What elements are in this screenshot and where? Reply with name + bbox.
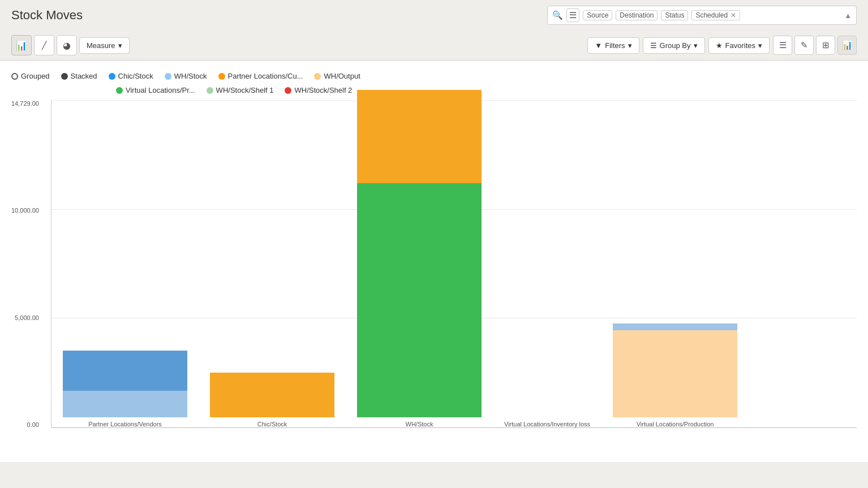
toolbar-right: ▼ Filters ▾ ☰ Group By ▾ ★ Favorites ▾ ☰… (587, 36, 857, 55)
pie-chart-view-btn[interactable]: ◕ (57, 35, 77, 55)
scheduled-tag[interactable]: Scheduled ✕ (691, 10, 740, 20)
list-view-btn[interactable]: ☰ (773, 36, 792, 55)
bar-chic-stock: Chic/Stock (210, 373, 334, 427)
bar-stack-wh (357, 90, 482, 417)
favorites-label: Favorites (725, 41, 755, 50)
y-label-0: 0.00 (27, 421, 39, 428)
wh-stock-dot (165, 73, 171, 80)
chart-plot: Partner Locations/Vendors Chic/Stock W (51, 100, 857, 428)
wh-shelf1-dot (207, 87, 213, 94)
wh-orange-segment (357, 90, 482, 183)
measure-label: Measure (87, 41, 115, 50)
legend-wh-output[interactable]: WH/Output (314, 72, 360, 80)
search-list-icon[interactable]: ☰ (566, 8, 579, 22)
vendors-blue-segment (63, 351, 187, 391)
search-bar: 🔍 ☰ Source Destination Status Scheduled … (547, 6, 857, 25)
wh-green-segment (357, 183, 482, 417)
prod-lightorange-segment (613, 330, 737, 417)
scheduled-tag-close[interactable]: ✕ (731, 11, 736, 19)
chart-wrapper: 14,729.00 10,000.00 5,000.00 0.00 (11, 100, 857, 451)
pie-chart-icon: ◕ (63, 40, 71, 51)
legend-wh-shelf1[interactable]: WH/Stock/Shelf 1 (207, 86, 274, 94)
bar-label-prod: Virtual Locations/Production (637, 421, 714, 427)
bar-virtual-inventory: Virtual Locations/Inventory loss (504, 417, 590, 427)
view-icons-group: ☰ ✎ ⊞ 📊 (773, 36, 857, 55)
legend-row-2: Virtual Locations/Pr... WH/Stock/Shelf 1… (116, 86, 857, 94)
grid-icon: ⊞ (822, 40, 830, 50)
legend-row-1: Grouped Stacked Chic/Stock WH/Stock Part… (11, 72, 857, 80)
virtual-pr-dot (116, 87, 123, 94)
line-chart-icon: ╱ (42, 41, 46, 50)
groupby-label: Group By (660, 41, 691, 50)
chic-stock-dot (109, 73, 115, 80)
bar-chart-view-btn[interactable]: 📊 (11, 35, 32, 55)
toolbar-left: 📊 ╱ ◕ Measure ▾ (11, 35, 130, 55)
destination-tag[interactable]: Destination (616, 10, 658, 20)
bar-stack-prod (613, 323, 737, 417)
bar-label-vendors: Partner Locations/Vendors (88, 421, 162, 427)
bar-label-chic: Chic/Stock (257, 421, 287, 427)
groupby-dropdown-icon: ▾ (694, 41, 698, 50)
bar-label-wh: WH/Stock (406, 421, 433, 427)
page-title: Stock Moves (11, 8, 83, 23)
stacked-legend-item[interactable]: Stacked (61, 72, 97, 80)
chart-area: Grouped Stacked Chic/Stock WH/Stock Part… (0, 61, 868, 462)
edit-icon: ✎ (801, 40, 808, 50)
bar-partner-vendors: Partner Locations/Vendors (63, 351, 187, 427)
y-axis: 14,729.00 10,000.00 5,000.00 0.00 (11, 100, 44, 428)
bar-virtual-production: Virtual Locations/Production (613, 323, 737, 427)
legend-virtual-pr[interactable]: Virtual Locations/Pr... (116, 86, 195, 94)
y-label-max: 14,729.00 (11, 100, 39, 107)
line-chart-view-btn[interactable]: ╱ (34, 35, 54, 55)
y-label-10k: 10,000.00 (11, 207, 39, 214)
bar-chart-icon: 📊 (16, 40, 27, 51)
toolbar: 📊 ╱ ◕ Measure ▾ ▼ Filters ▾ ☰ Group By ▾… (0, 31, 868, 61)
partner-locations-dot (218, 73, 225, 80)
collapse-icon[interactable]: ▲ (844, 11, 852, 20)
source-tag[interactable]: Source (583, 10, 612, 20)
bar-stack-chic (210, 373, 334, 417)
filters-button[interactable]: ▼ Filters ▾ (587, 37, 639, 54)
vendors-lightblue-segment (63, 391, 187, 417)
legend-chic-stock[interactable]: Chic/Stock (109, 72, 153, 80)
header: Stock Moves 🔍 ☰ Source Destination Statu… (0, 0, 868, 31)
bar-label-inv: Virtual Locations/Inventory loss (504, 421, 590, 427)
list-icon: ☰ (779, 40, 787, 50)
grouped-legend-item[interactable]: Grouped (11, 72, 50, 80)
filters-label: Filters (605, 41, 625, 50)
wh-output-dot (314, 73, 321, 80)
measure-button[interactable]: Measure ▾ (79, 37, 130, 54)
legend-wh-stock[interactable]: WH/Stock (165, 72, 207, 80)
chart-view-btn[interactable]: 📊 (837, 36, 857, 55)
search-icon[interactable]: 🔍 (552, 10, 563, 20)
groupby-button[interactable]: ☰ Group By ▾ (643, 37, 705, 54)
wh-shelf2-dot (285, 87, 291, 94)
filters-dropdown-icon: ▾ (628, 41, 632, 50)
grid-view-btn[interactable]: ⊞ (816, 36, 835, 55)
legend-wh-shelf2[interactable]: WH/Stock/Shelf 2 (285, 86, 352, 94)
filter-icon: ▼ (595, 41, 602, 50)
prod-lightblue-segment (613, 323, 737, 330)
search-input[interactable] (744, 11, 839, 20)
chic-orange-segment (210, 373, 334, 417)
status-tag[interactable]: Status (661, 10, 688, 20)
favorites-button[interactable]: ★ Favorites ▾ (708, 37, 770, 54)
stacked-dot (61, 73, 68, 80)
chart-icon: 📊 (842, 40, 853, 50)
groupby-icon: ☰ (650, 41, 657, 50)
bar-wh-stock: WH/Stock (357, 90, 482, 427)
bar-stack-vendors (63, 351, 187, 417)
y-label-5k: 5,000.00 (15, 314, 39, 321)
edit-view-btn[interactable]: ✎ (794, 36, 814, 55)
grouped-label: Grouped (21, 72, 50, 80)
favorites-dropdown-icon: ▾ (758, 41, 762, 50)
grouped-dot (11, 73, 18, 80)
measure-dropdown-icon: ▾ (118, 41, 122, 50)
favorites-icon: ★ (716, 41, 723, 50)
legend-partner-locations[interactable]: Partner Locations/Cu... (218, 72, 303, 80)
stacked-label: Stacked (71, 72, 97, 80)
